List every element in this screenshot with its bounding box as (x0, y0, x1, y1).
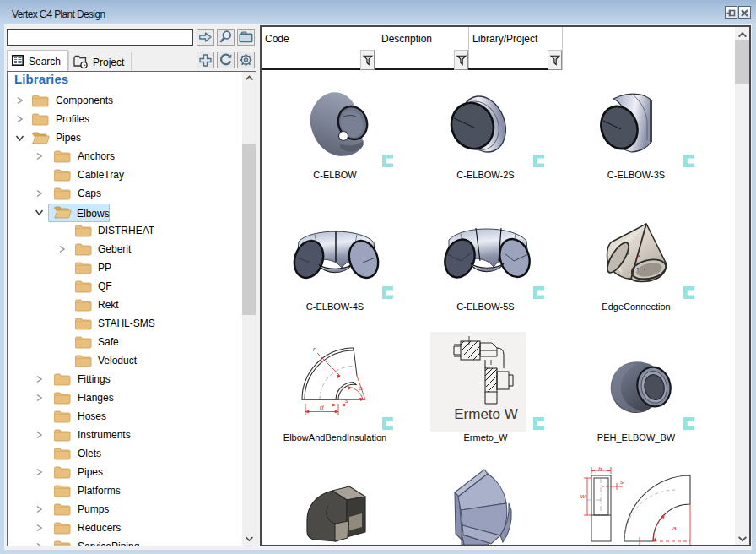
svg-text:Ermeto W: Ermeto W (454, 406, 518, 422)
svg-text:s: s (345, 397, 348, 405)
svg-text:r: r (313, 345, 316, 353)
svg-text:a: a (359, 384, 363, 392)
svg-text:h: h (598, 465, 602, 473)
svg-text:d: d (320, 404, 324, 411)
svg-text:a: a (672, 524, 677, 532)
svg-text:s: s (620, 478, 624, 486)
svg-text:w: w (580, 492, 586, 500)
